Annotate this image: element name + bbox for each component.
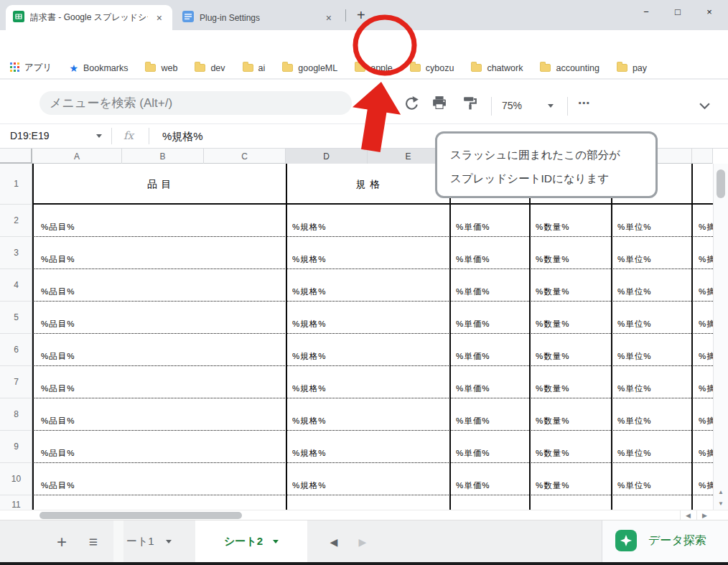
vertical-scrollbar[interactable]: ▲ ▼ (713, 164, 728, 510)
menu-search-box[interactable]: メニューを検索 (Alt+/) (39, 91, 352, 115)
bookmarks-folder-root[interactable]: ★ Bookmarks (69, 62, 128, 74)
add-sheet-button[interactable]: + (50, 520, 73, 563)
cell-item[interactable]: %品目% (41, 319, 75, 330)
cell-item[interactable]: %品目% (41, 286, 75, 297)
row-header-7[interactable]: 7 (0, 366, 32, 398)
cell-item-header[interactable]: 品目 (32, 164, 286, 205)
cell-clipped[interactable]: %摘 (699, 351, 713, 362)
column-header-c[interactable]: C (204, 149, 286, 164)
sheet-menu-dropdown-icon[interactable] (166, 540, 172, 543)
cell-item[interactable]: %品目% (41, 222, 75, 233)
print-icon[interactable] (432, 95, 447, 113)
cell-item[interactable]: %品目% (41, 383, 75, 394)
apps-shortcut[interactable]: アプリ (10, 62, 52, 74)
cell-spec-header[interactable]: 規格 (286, 164, 449, 205)
row-header-5[interactable]: 5 (0, 302, 32, 334)
row-header-10[interactable]: 10 (0, 463, 32, 495)
bookmark-folder-dev[interactable]: dev (195, 63, 225, 73)
cell-clipped[interactable]: %摘 (699, 448, 713, 459)
horizontal-scrollbar[interactable]: ◀ ▶ (0, 510, 728, 520)
cell-spec[interactable]: %規格% (292, 480, 326, 491)
cell-item[interactable]: %品目% (41, 254, 75, 265)
browser-tab-plugin-settings[interactable]: Plug-in Settings × (175, 5, 342, 30)
cell-spec[interactable]: %規格% (292, 383, 326, 394)
cell-quantity[interactable]: %数量% (536, 319, 569, 330)
row-header-4[interactable]: 4 (0, 269, 32, 302)
cell-unit-price[interactable]: %単価% (456, 319, 490, 330)
cell-spec[interactable]: %規格% (292, 286, 326, 297)
paint-format-icon[interactable] (463, 95, 477, 113)
cell-clipped[interactable]: %摘 (699, 319, 713, 330)
cell-unit[interactable]: %単位% (617, 222, 651, 233)
cell-unit[interactable]: %単位% (617, 383, 651, 394)
column-header-a[interactable]: A (32, 149, 122, 164)
new-tab-button[interactable]: + (357, 9, 365, 22)
cell-quantity[interactable]: %数量% (536, 351, 569, 362)
cell-unit-price[interactable]: %単価% (456, 448, 490, 459)
close-tab-icon[interactable]: × (154, 12, 165, 24)
cell-unit-price[interactable]: %単価% (456, 416, 490, 426)
cell-quantity[interactable]: %数量% (536, 480, 569, 491)
vertical-scrollbar-thumb[interactable] (717, 169, 725, 198)
bookmark-folder-googleml[interactable]: googleML (282, 63, 337, 73)
cell-item[interactable]: %品目% (41, 448, 75, 459)
cell-quantity[interactable]: %数量% (536, 254, 569, 265)
zoom-dropdown-icon[interactable] (548, 104, 554, 108)
cell-unit-price[interactable]: %単価% (456, 480, 490, 491)
zoom-level-value[interactable]: 75% (502, 100, 522, 111)
prev-sheet-icon[interactable]: ◀ (323, 520, 345, 563)
bookmark-folder-ai[interactable]: ai (243, 63, 266, 73)
cell-spec[interactable]: %規格% (292, 351, 326, 362)
cell-clipped[interactable]: %摘 (699, 222, 713, 233)
cell-unit-price[interactable]: %単価% (456, 383, 490, 394)
scroll-up-icon[interactable]: ▲ (714, 487, 728, 498)
explore-button[interactable]: データ探索 (615, 530, 706, 551)
cell-unit-price[interactable]: %単価% (456, 286, 490, 297)
cell-quantity[interactable]: %数量% (536, 416, 569, 426)
bookmark-folder-chatwork[interactable]: chatwork (471, 63, 523, 73)
collapse-toolbar-icon[interactable] (699, 100, 710, 113)
bookmark-folder-apple[interactable]: apple (355, 63, 393, 73)
next-sheet-icon[interactable]: ▶ (352, 520, 373, 563)
cell-spec[interactable]: %規格% (292, 448, 326, 459)
sheet-tab-2-active[interactable]: シート2 (195, 520, 307, 563)
scroll-left-icon[interactable]: ◀ (680, 510, 696, 520)
name-box-dropdown-icon[interactable] (96, 134, 102, 138)
horizontal-scrollbar-thumb[interactable] (39, 512, 242, 519)
cell-unit[interactable]: %単位% (617, 286, 651, 297)
row-header-8[interactable]: 8 (0, 398, 32, 431)
more-tools-icon[interactable]: ⋯ (578, 96, 591, 110)
redo-icon[interactable] (403, 95, 419, 113)
cell-clipped[interactable]: %摘 (699, 286, 713, 297)
cell-quantity[interactable]: %数量% (536, 222, 569, 233)
name-box[interactable]: D19:E19 (10, 130, 49, 141)
maximize-button[interactable]: □ (672, 6, 683, 17)
sheet-tab-1[interactable]: ート1 (126, 520, 172, 563)
scroll-down-icon[interactable]: ▼ (714, 498, 728, 509)
cell-clipped[interactable]: %摘 (699, 383, 713, 394)
column-header-partial[interactable] (691, 149, 713, 164)
cell-clipped[interactable]: %摘 (699, 254, 713, 265)
cell-spec[interactable]: %規格% (292, 319, 326, 330)
scroll-right-icon[interactable]: ▶ (696, 510, 712, 520)
cell-unit[interactable]: %単位% (617, 480, 651, 491)
minimize-button[interactable]: − (640, 6, 652, 17)
all-sheets-menu-icon[interactable]: ≡ (82, 520, 105, 563)
cell-item[interactable]: %品目% (41, 480, 75, 491)
cell-clipped[interactable]: %摘 (699, 416, 713, 426)
cell-unit[interactable]: %単位% (617, 448, 651, 459)
cell-spec[interactable]: %規格% (292, 416, 326, 426)
cell-unit[interactable]: %単位% (617, 416, 651, 426)
browser-tab-spreadsheet[interactable]: 請求書 - Google スプレッドシート × (6, 5, 172, 30)
cell-unit-price[interactable]: %単価% (456, 254, 490, 265)
cell-unit-price[interactable]: %単価% (456, 351, 490, 362)
column-header-b[interactable]: B (122, 149, 204, 164)
bookmark-folder-accounting[interactable]: accounting (540, 63, 599, 73)
row-header-2[interactable]: 2 (0, 205, 32, 237)
cell-spec[interactable]: %規格% (292, 254, 326, 265)
row-header-1[interactable]: 1 (0, 164, 32, 205)
cell-spec[interactable]: %規格% (292, 222, 326, 233)
cell-quantity[interactable]: %数量% (536, 286, 569, 297)
cell-unit[interactable]: %単位% (617, 319, 651, 330)
cell-unit-price[interactable]: %単価% (456, 222, 490, 233)
